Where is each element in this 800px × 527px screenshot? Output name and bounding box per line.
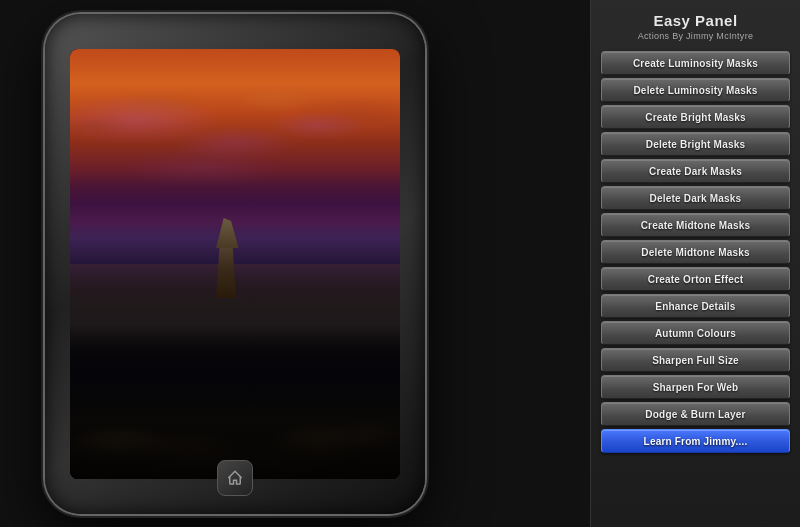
enhance-details-button[interactable]: Enhance Details: [601, 294, 790, 318]
ipad-screen: [70, 49, 400, 479]
button-list: Create Luminosity MasksDelete Luminosity…: [601, 51, 790, 453]
home-icon: [226, 469, 244, 487]
ipad-screen-wrapper: [70, 49, 400, 479]
dodge-burn-layer-button[interactable]: Dodge & Burn Layer: [601, 402, 790, 426]
panel-subtitle: Actions By Jimmy McIntyre: [638, 31, 754, 41]
rock-stack: [209, 218, 244, 298]
background-gap: [470, 0, 590, 527]
home-button[interactable]: [217, 460, 253, 496]
ipad-frame: [45, 14, 425, 514]
ipad-display: [0, 0, 470, 527]
delete-bright-masks-button[interactable]: Delete Bright Masks: [601, 132, 790, 156]
create-dark-masks-button[interactable]: Create Dark Masks: [601, 159, 790, 183]
learn-from-jimmy-button[interactable]: Learn From Jimmy....: [601, 429, 790, 453]
foreground-rocks: [70, 315, 400, 478]
delete-midtone-masks-button[interactable]: Delete Midtone Masks: [601, 240, 790, 264]
create-luminosity-masks-button[interactable]: Create Luminosity Masks: [601, 51, 790, 75]
sharpen-full-size-button[interactable]: Sharpen Full Size: [601, 348, 790, 372]
create-orton-effect-button[interactable]: Create Orton Effect: [601, 267, 790, 291]
sharpen-for-web-button[interactable]: Sharpen For Web: [601, 375, 790, 399]
delete-luminosity-masks-button[interactable]: Delete Luminosity Masks: [601, 78, 790, 102]
easy-panel: Easy Panel Actions By Jimmy McIntyre Cre…: [590, 0, 800, 527]
panel-title: Easy Panel: [653, 12, 737, 29]
create-midtone-masks-button[interactable]: Create Midtone Masks: [601, 213, 790, 237]
autumn-colours-button[interactable]: Autumn Colours: [601, 321, 790, 345]
create-bright-masks-button[interactable]: Create Bright Masks: [601, 105, 790, 129]
delete-dark-masks-button[interactable]: Delete Dark Masks: [601, 186, 790, 210]
